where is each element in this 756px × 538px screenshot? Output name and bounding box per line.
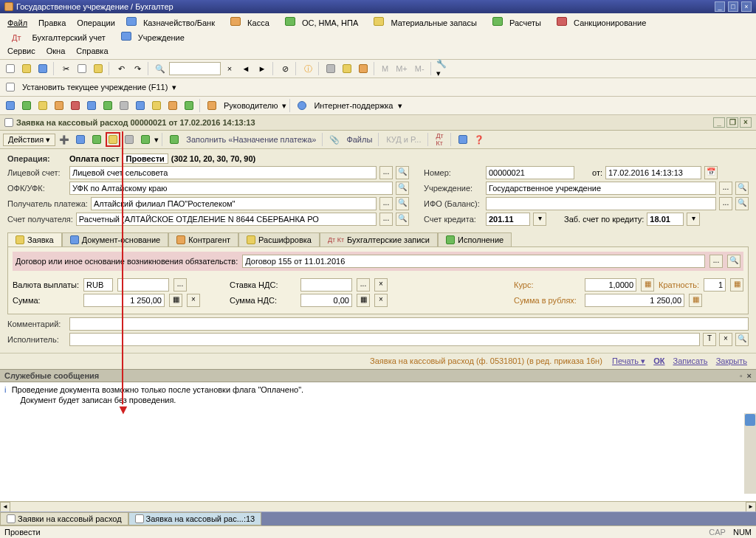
rate-clear-icon[interactable]: ×: [374, 278, 388, 292]
report-icon[interactable]: [456, 132, 470, 147]
scroll-right-icon[interactable]: ►: [746, 502, 756, 512]
svc-pin-icon[interactable]: ◦: [740, 371, 743, 380]
print-link[interactable]: Печать ▾: [612, 356, 645, 365]
contract-input[interactable]: [242, 255, 705, 268]
menu-sanction[interactable]: Санкционирование: [552, 15, 655, 30]
doc-close-button[interactable]: ×: [740, 117, 752, 128]
ok-button[interactable]: ОК: [653, 356, 664, 365]
rukovod-label[interactable]: Руководителю: [221, 100, 281, 111]
h-scrollbar[interactable]: ◄ ►: [0, 501, 756, 511]
actions-dropdown[interactable]: Действия ▾: [3, 134, 55, 146]
rep1-icon[interactable]: [3, 98, 18, 113]
rep8-icon[interactable]: [117, 98, 131, 113]
rep2-icon[interactable]: [19, 98, 34, 113]
help-icon[interactable]: ❓: [472, 132, 487, 147]
ofk-input[interactable]: [69, 182, 393, 195]
menu-mz[interactable]: Материальные запасы: [369, 15, 486, 30]
dt-basedon-icon[interactable]: [138, 132, 153, 147]
recip-select-icon[interactable]: ...: [379, 197, 393, 210]
ruk-icon[interactable]: [205, 98, 219, 113]
undo-icon[interactable]: ↶: [114, 61, 128, 76]
exec-clear-icon[interactable]: ×: [719, 333, 732, 346]
prev-icon[interactable]: ◄: [238, 61, 253, 76]
rep4-icon[interactable]: [52, 98, 66, 113]
chart-icon[interactable]: [356, 61, 371, 76]
rep6-icon[interactable]: [84, 98, 99, 113]
dt-copy-icon[interactable]: [89, 132, 104, 147]
tab-zayavka[interactable]: Заявка: [7, 232, 62, 246]
tab-contragent[interactable]: Контрагент: [168, 232, 238, 246]
dt-post-icon[interactable]: [106, 132, 120, 147]
zab-drop-icon[interactable]: ▾: [687, 213, 700, 226]
krat-calc-icon[interactable]: ▦: [730, 278, 743, 292]
calc-icon[interactable]: [323, 61, 338, 76]
acct-input[interactable]: [76, 213, 377, 226]
lschet-select-icon[interactable]: ...: [379, 166, 393, 179]
operation-btn[interactable]: Провести: [123, 154, 168, 164]
attach-icon[interactable]: 📎: [327, 132, 342, 147]
rate-input[interactable]: [300, 278, 352, 292]
sum-input[interactable]: [83, 294, 165, 307]
menu-edit[interactable]: Правка: [34, 17, 70, 29]
acct-search-icon[interactable]: 🔍: [396, 213, 409, 226]
tab-doc-basis[interactable]: Документ-основание: [62, 232, 168, 246]
save-icon[interactable]: [35, 61, 50, 76]
menu-raschety[interactable]: Расчеты: [488, 15, 550, 30]
max-button[interactable]: □: [728, 1, 738, 12]
kudr-link[interactable]: КУД и Р...: [383, 135, 424, 144]
kurs-calc-icon[interactable]: ▦: [641, 278, 654, 292]
comment-input[interactable]: [69, 317, 749, 331]
settings-icon[interactable]: 🔧▾: [436, 61, 450, 76]
svc-close-icon[interactable]: ×: [747, 371, 752, 380]
btab-doc[interactable]: Заявка на кассовый рас...:13: [128, 512, 262, 525]
zab-input[interactable]: [647, 213, 684, 226]
lschet-input[interactable]: [69, 166, 377, 179]
contract-select-icon[interactable]: ...: [709, 255, 723, 268]
rep12-icon[interactable]: [182, 98, 196, 113]
paste-icon[interactable]: [91, 61, 106, 76]
org-search-icon[interactable]: 🔍: [735, 182, 749, 195]
credit-input[interactable]: [486, 213, 530, 226]
menu-service[interactable]: Сервис: [3, 45, 40, 57]
menu-buh[interactable]: Дт Бухгалтерский учет: [3, 30, 114, 45]
sumnds-input[interactable]: [300, 294, 352, 307]
save-button[interactable]: Записать: [673, 356, 708, 365]
info-icon[interactable]: ⓘ: [300, 61, 315, 76]
doc-restore-button[interactable]: ❐: [726, 117, 738, 128]
cut-icon[interactable]: ✂: [58, 61, 73, 76]
cal-icon[interactable]: [340, 61, 354, 76]
open-icon[interactable]: [19, 61, 34, 76]
menu-file[interactable]: Файл: [3, 17, 32, 29]
search-clear-icon[interactable]: ×: [222, 61, 237, 76]
acct-select-icon[interactable]: ...: [379, 213, 393, 226]
set-inst-label[interactable]: Установить текущее учреждение (F11): [19, 81, 171, 93]
exec-input[interactable]: [69, 333, 700, 346]
new-icon[interactable]: [3, 61, 18, 76]
date-input[interactable]: [605, 166, 701, 179]
num-input[interactable]: [486, 166, 574, 179]
currency-extra-input[interactable]: [117, 278, 169, 292]
menu-os[interactable]: ОС, НМА, НПА: [281, 15, 367, 30]
search-input[interactable]: [169, 62, 221, 75]
rep11-icon[interactable]: [165, 98, 180, 113]
min-button[interactable]: _: [715, 1, 725, 12]
kurs-input[interactable]: [585, 278, 636, 292]
menu-help[interactable]: Справка: [72, 45, 112, 57]
tab-exec[interactable]: Исполнение: [438, 232, 512, 246]
credit-drop-icon[interactable]: ▾: [533, 213, 546, 226]
tab-rasshifr[interactable]: Расшифровка: [238, 232, 320, 246]
menu-windows[interactable]: Окна: [42, 45, 70, 57]
next-icon[interactable]: ►: [255, 61, 269, 76]
ifo-select-icon[interactable]: ...: [719, 197, 732, 210]
sum-clear-icon[interactable]: ×: [187, 294, 200, 307]
scroll-left-icon[interactable]: ◄: [0, 502, 10, 512]
rep9-icon[interactable]: [133, 98, 148, 113]
menu-uchr[interactable]: Учреждение: [117, 30, 193, 45]
btab-list[interactable]: Заявки на кассовый расход: [0, 512, 128, 525]
org-input[interactable]: [486, 182, 716, 195]
menu-ops[interactable]: Операции: [72, 17, 119, 29]
fill-link[interactable]: Заполнить «Назначение платежа»: [183, 135, 319, 144]
exec-t-icon[interactable]: T: [703, 333, 716, 346]
copy-icon[interactable]: [75, 61, 89, 76]
menu-kassa[interactable]: Касса: [226, 15, 278, 30]
